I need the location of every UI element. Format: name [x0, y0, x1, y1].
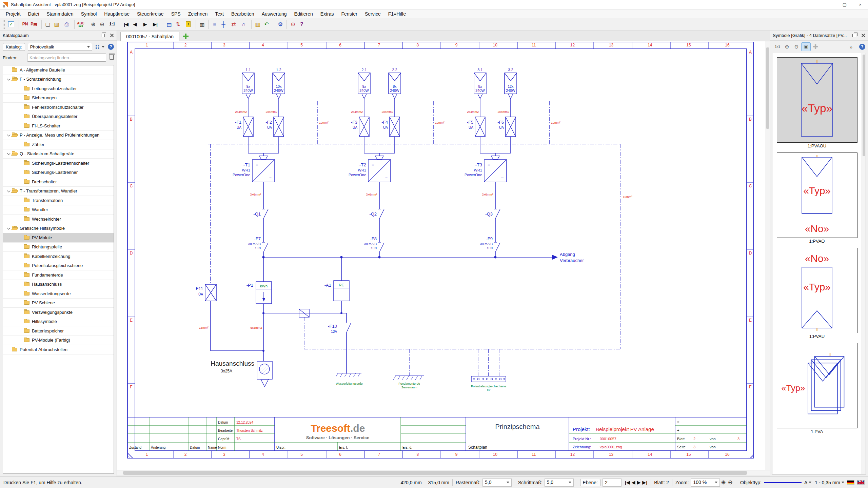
arrows-icon[interactable]: ⇄ — [229, 20, 239, 29]
search-input[interactable] — [27, 54, 106, 62]
validate-icon[interactable]: ✓ — [6, 20, 16, 29]
catalog-tree-item[interactable]: F - Schutzeinrichtung — [3, 75, 114, 84]
symbol-card-pva[interactable]: «Typ» — [777, 343, 857, 428]
catalog-tree-item[interactable]: PV-Module (Farbig) — [3, 336, 114, 345]
line-width-value[interactable]: 1 - 0,35 mm — [815, 480, 840, 485]
catalog-tree-item[interactable]: Wasserleitungserde — [3, 289, 114, 299]
catalog-tree-item[interactable]: Wandler — [3, 205, 114, 215]
clear-search-icon[interactable] — [110, 55, 114, 60]
menu-item-bearbeiten[interactable]: Bearbeiten — [228, 10, 258, 18]
catalog-tree-item[interactable]: Grafische Hilfssymbole — [3, 224, 114, 233]
menu-item-hilfe[interactable]: F1=Hilfe — [384, 10, 410, 18]
wrench-icon[interactable]: ⚙ — [274, 20, 284, 29]
menu-item-sps[interactable]: SPS — [167, 10, 184, 18]
last-page-icon[interactable]: ▶| — [150, 20, 160, 29]
menu-item-service[interactable]: Service — [361, 10, 384, 18]
project-new-icon[interactable]: PN — [19, 20, 29, 29]
chevron-icon[interactable] — [6, 226, 11, 231]
uk-flag-icon[interactable] — [857, 480, 865, 485]
menu-item-datei[interactable]: Datei — [24, 10, 43, 18]
catalog-tree-item[interactable]: PV Schiene — [3, 299, 114, 308]
generate-sheet-icon[interactable]: ▥ — [251, 20, 261, 29]
menu-item-text[interactable]: Text — [211, 10, 228, 18]
float-panel-icon[interactable] — [852, 34, 856, 37]
zoom-original-icon[interactable]: 1:1 — [773, 42, 782, 51]
chevron-icon[interactable] — [18, 310, 23, 314]
close-panel-icon[interactable] — [110, 33, 114, 38]
catalog-tree-item[interactable]: Potential-Abbruchstellen — [3, 345, 114, 354]
menu-item-projekt[interactable]: Projekt — [2, 10, 24, 18]
chevron-icon[interactable] — [6, 189, 11, 194]
new-document-icon[interactable]: ▢ — [41, 20, 52, 29]
catalog-tree-item[interactable]: Richtungspfeile — [3, 243, 114, 252]
zoom-out-icon[interactable]: ⊖ — [97, 20, 107, 29]
pv-group-3[interactable]: 3.1 8x 240W 3.2 12x 240W 2x4mm2 2x4mm2 -… — [465, 68, 560, 258]
help-book-icon[interactable]: ? — [297, 20, 307, 29]
chevron-icon[interactable] — [18, 198, 23, 203]
info-icon[interactable]: i — [183, 20, 193, 29]
chevron-icon[interactable] — [18, 96, 23, 100]
chevron-icon[interactable] — [18, 142, 23, 147]
catalog-tree-item[interactable]: Sicherungen — [3, 94, 114, 103]
distribution-bus[interactable]: Abgang Verbraucher — [263, 252, 584, 263]
pv-group-1[interactable]: 1.1 9x 240W 1.2 10x 240W 2x4mm2 2x4mm2 -… — [233, 68, 329, 258]
nav-next-icon[interactable]: ▶ — [637, 480, 641, 485]
card-view-icon[interactable]: ▣ — [801, 42, 811, 51]
raster-select[interactable]: 5,0 — [482, 479, 512, 487]
ebene-input[interactable]: 2 — [603, 479, 622, 487]
add-tab-icon[interactable] — [183, 34, 189, 39]
menu-item-fenster[interactable]: Fenster — [338, 10, 361, 18]
symbol-card-pvau[interactable]: «No» «Typ» — [777, 248, 857, 333]
tab-schaltplan[interactable]: 00010057 - Schaltplan — [120, 32, 179, 41]
pv-group-2[interactable]: 2.1 9x 240W 2.2 8x 240W 2x4mm2 2x4mm2 -F… — [349, 68, 445, 258]
catalog-tree-item[interactable]: Kabelkennzeichung — [3, 252, 114, 261]
catalog-tree-item[interactable]: T - Transformatoren, Wandler — [3, 187, 114, 196]
first-page-icon[interactable]: |◀ — [120, 20, 130, 29]
expand-tree-icon[interactable] — [96, 45, 99, 49]
abc-123-icon[interactable]: ABC123 — [74, 20, 84, 29]
chevron-icon[interactable] — [18, 338, 23, 343]
catalog-tree-item[interactable]: P - Anzeige, Mess und Prüfeinrichtungen — [3, 131, 114, 140]
catalog-tree-item[interactable]: Sicherungs-Lasttrenner — [3, 168, 114, 178]
catalog-tree-item[interactable]: Überspannungsableiter — [3, 112, 114, 122]
float-panel-icon[interactable] — [101, 34, 105, 37]
chevron-icon[interactable] — [18, 301, 23, 305]
power-icon[interactable]: ⊙ — [287, 20, 297, 29]
table-icon[interactable]: ▦ — [196, 20, 206, 29]
catalog-tree-item[interactable]: Transformatoen — [3, 196, 114, 205]
house-connection[interactable]: Hausanschluss 3x25A — [211, 360, 272, 387]
german-flag-icon[interactable] — [847, 480, 854, 485]
drawing-canvas[interactable]: 1.1 9x 240W 1.2 10x 240W 2x4mm2 2x4mm2 -… — [117, 41, 770, 470]
energy-meter-p1[interactable]: kWh -P1 — [246, 257, 272, 361]
chevron-icon[interactable] — [6, 133, 11, 138]
catalog-tree-item[interactable]: PV Molule — [3, 233, 114, 243]
catalog-tree-item[interactable]: Q - Starkstrom Schaltgeräte — [3, 149, 114, 159]
symbols-scrollbar[interactable] — [862, 53, 866, 474]
menu-item-stammdaten[interactable]: Stammdaten — [43, 10, 77, 18]
chevron-icon[interactable] — [18, 328, 23, 333]
junction-icon[interactable]: ┼ — [218, 20, 229, 29]
zoom-1-1-icon[interactable]: 1:1 — [107, 20, 117, 29]
project-sheets-icon[interactable]: P▤ — [29, 20, 39, 29]
print-icon[interactable]: ⎙ — [62, 20, 72, 29]
chevron-icon[interactable] — [6, 67, 11, 72]
relay-a1[interactable]: RE -A1 — [324, 256, 349, 314]
chevron-icon[interactable] — [18, 263, 23, 268]
catalog-tree-item[interactable]: FI-LS-Schalter — [3, 121, 114, 131]
search-sheets-icon[interactable]: ▤ — [163, 20, 173, 29]
catalog-tree-item[interactable]: Drehschalter — [3, 177, 114, 187]
chevron-icon[interactable] — [6, 347, 11, 352]
chevron-icon[interactable] — [18, 161, 23, 165]
open-folder-icon[interactable]: ▨ — [52, 20, 62, 29]
symbol-card-pvao[interactable]: «Typ» «No» — [777, 152, 857, 238]
help-icon[interactable]: ? — [859, 44, 865, 50]
surge-device-f11[interactable]: -F11 ÜA 16mm² — [194, 284, 263, 351]
line-styles-icon[interactable]: ≡ — [208, 20, 218, 29]
chevron-icon[interactable] — [18, 272, 23, 277]
zoom-in-icon[interactable]: ⊕ — [721, 479, 726, 486]
zoom-out-icon[interactable]: ⊖ — [728, 479, 733, 486]
symbol-card-pvaou[interactable]: «Typ» — [777, 57, 857, 143]
chevron-icon[interactable] — [18, 207, 23, 212]
chevron-icon[interactable] — [18, 217, 23, 221]
nav-prev-icon[interactable]: ◀ — [632, 480, 635, 485]
